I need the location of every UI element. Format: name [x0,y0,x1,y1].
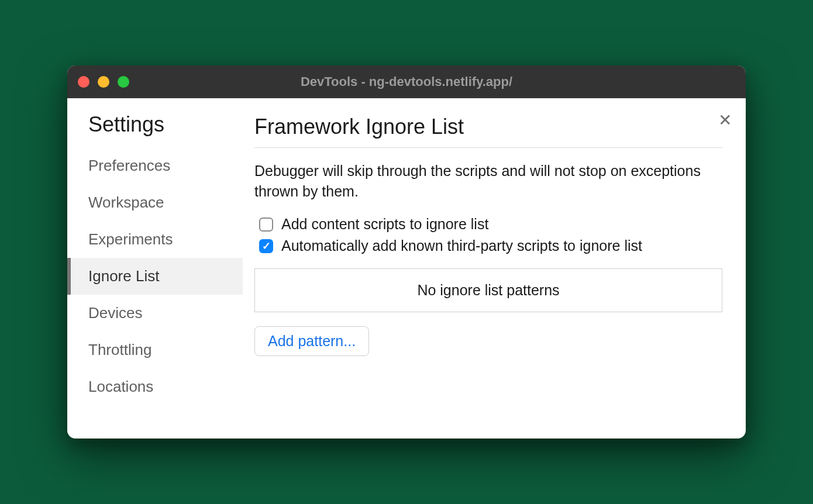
titlebar: DevTools - ng-devtools.netlify.app/ [67,65,746,98]
checkbox-row-third-party[interactable]: ✓ Automatically add known third-party sc… [254,237,722,254]
sidebar-title: Settings [67,112,243,147]
sidebar-item-preferences[interactable]: Preferences [67,147,243,184]
devtools-window: DevTools - ng-devtools.netlify.app/ ✕ Se… [67,65,746,439]
sidebar-item-ignore-list[interactable]: Ignore List [67,258,243,295]
content-area: ✕ Settings Preferences Workspace Experim… [67,98,746,439]
sidebar-item-throttling[interactable]: Throttling [67,332,243,368]
sidebar-item-workspace[interactable]: Workspace [67,184,243,221]
page-title: Framework Ignore List [254,115,722,148]
maximize-window-button[interactable] [118,76,129,88]
close-window-button[interactable] [78,76,89,88]
sidebar-item-devices[interactable]: Devices [67,295,243,332]
patterns-empty-box: No ignore list patterns [254,268,722,312]
checkmark-icon: ✓ [262,240,271,253]
checkbox-content-scripts[interactable] [259,218,273,232]
window-title: DevTools - ng-devtools.netlify.app/ [67,74,746,89]
checkbox-row-content-scripts[interactable]: Add content scripts to ignore list [254,216,722,233]
close-icon[interactable]: ✕ [718,112,732,129]
checkbox-third-party[interactable]: ✓ [259,239,273,253]
main-panel: Framework Ignore List Debugger will skip… [243,98,746,439]
checkbox-label-third-party: Automatically add known third-party scri… [281,237,642,254]
traffic-lights [78,76,129,88]
description-text: Debugger will skip through the scripts a… [254,161,722,202]
sidebar-item-locations[interactable]: Locations [67,368,243,405]
add-pattern-button[interactable]: Add pattern... [254,326,369,356]
checkbox-label-content-scripts: Add content scripts to ignore list [281,216,488,233]
settings-sidebar: Settings Preferences Workspace Experimen… [67,98,243,439]
sidebar-item-experiments[interactable]: Experiments [67,221,243,258]
minimize-window-button[interactable] [98,76,109,88]
